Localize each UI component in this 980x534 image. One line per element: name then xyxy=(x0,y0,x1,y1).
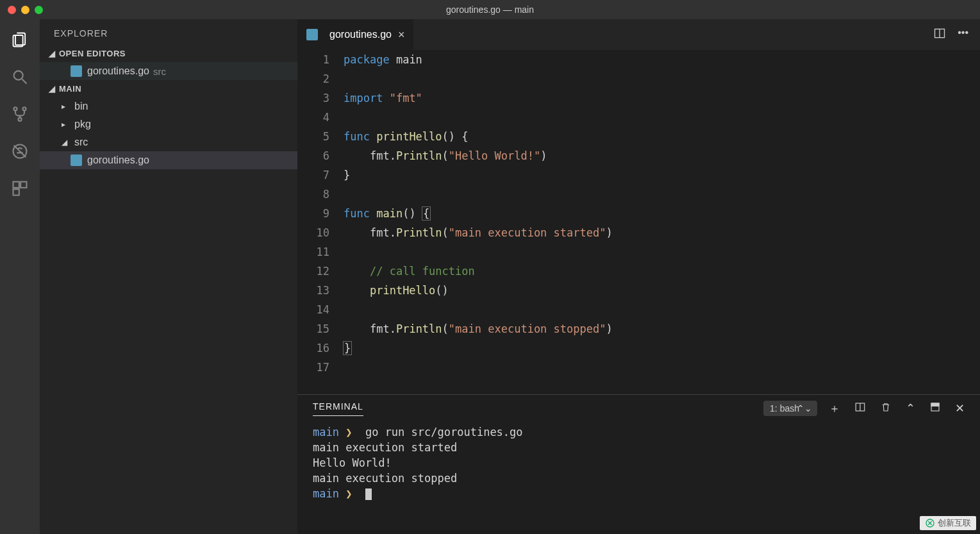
sidebar-title: EXPLORER xyxy=(40,19,297,45)
tree-item-label: goroutines.go xyxy=(87,154,149,166)
new-terminal-icon[interactable]: ＋ xyxy=(829,401,840,416)
terminal-panel: TERMINAL 1: bash ⌃⌄ ＋ ⌃ xyxy=(297,394,980,534)
svg-line-2 xyxy=(22,79,27,84)
terminal-header: TERMINAL 1: bash ⌃⌄ ＋ ⌃ xyxy=(297,395,980,422)
editor-group: goroutines.go × ••• 12345678910111213141… xyxy=(297,19,980,534)
line-gutter: 1234567891011121314151617 xyxy=(297,50,344,394)
workspace-header[interactable]: ◢ MAIN xyxy=(40,80,297,97)
extensions-icon[interactable] xyxy=(10,178,30,199)
tree-folder-bin[interactable]: ▸ bin xyxy=(40,97,297,115)
svg-point-3 xyxy=(13,107,17,110)
split-editor-icon[interactable] xyxy=(933,27,946,42)
chevron-down-icon: ◢ xyxy=(47,49,56,58)
sidebar: EXPLORER ◢ OPEN EDITORS goroutines.go sr… xyxy=(40,19,297,534)
tab-bar: goroutines.go × ••• xyxy=(297,19,980,50)
terminal-shell-label: 1: bash xyxy=(770,403,799,413)
open-editor-name: goroutines.go xyxy=(87,65,149,77)
chevron-down-icon: ◢ xyxy=(62,138,71,147)
activity-bar xyxy=(0,19,40,534)
watermark-text: 创新互联 xyxy=(938,517,971,529)
maximize-window-icon[interactable] xyxy=(35,6,43,14)
code-editor[interactable]: 1234567891011121314151617 package main i… xyxy=(297,50,980,394)
go-file-icon xyxy=(71,65,82,77)
close-window-icon[interactable] xyxy=(8,6,16,14)
svg-rect-9 xyxy=(13,189,19,195)
svg-point-4 xyxy=(22,107,26,110)
tree-item-label: pkg xyxy=(74,119,91,130)
debug-icon[interactable] xyxy=(10,141,30,162)
terminal-tab[interactable]: TERMINAL xyxy=(313,401,363,416)
tab-goroutines[interactable]: goroutines.go × xyxy=(297,19,413,50)
close-tab-icon[interactable]: × xyxy=(398,28,405,42)
explorer-icon[interactable] xyxy=(10,29,30,50)
tree-file-goroutines[interactable]: goroutines.go xyxy=(40,151,297,169)
chevron-updown-icon: ⌃⌄ xyxy=(797,403,812,413)
open-editors-label: OPEN EDITORS xyxy=(59,49,126,58)
tab-actions: ••• xyxy=(933,27,980,42)
source-control-icon[interactable] xyxy=(10,104,30,124)
chevron-right-icon: ▸ xyxy=(62,120,71,129)
close-panel-icon[interactable]: ✕ xyxy=(955,401,965,415)
split-terminal-icon[interactable] xyxy=(854,401,866,416)
kill-terminal-icon[interactable] xyxy=(880,401,892,416)
window-title: goroutines.go — main xyxy=(446,4,534,15)
window-controls xyxy=(8,6,43,14)
terminal-shell-select[interactable]: 1: bash ⌃⌄ xyxy=(763,401,817,416)
svg-point-5 xyxy=(18,118,21,121)
tree-folder-src[interactable]: ◢ src xyxy=(40,133,297,151)
go-file-icon xyxy=(71,154,82,166)
tree-item-label: bin xyxy=(74,101,88,112)
minimize-window-icon[interactable] xyxy=(21,6,29,14)
tab-label: goroutines.go xyxy=(329,29,392,40)
svg-point-1 xyxy=(14,71,23,80)
terminal-body[interactable]: main ❯ go run src/goroutines.gomain exec… xyxy=(297,422,980,534)
maximize-panel-icon[interactable] xyxy=(929,401,941,416)
collapse-panel-icon[interactable]: ⌃ xyxy=(906,401,915,415)
open-editor-item[interactable]: goroutines.go src xyxy=(40,62,297,80)
terminal-actions: ＋ ⌃ ✕ xyxy=(829,401,965,416)
chevron-down-icon: ◢ xyxy=(47,84,56,94)
open-editors-header[interactable]: ◢ OPEN EDITORS xyxy=(40,45,297,62)
open-editor-path: src xyxy=(153,66,166,77)
tree-folder-pkg[interactable]: ▸ pkg xyxy=(40,115,297,133)
svg-rect-15 xyxy=(931,403,939,406)
chevron-right-icon: ▸ xyxy=(62,102,71,111)
more-actions-icon[interactable]: ••• xyxy=(958,27,968,42)
go-file-icon xyxy=(306,29,318,40)
tree-item-label: src xyxy=(74,137,88,148)
svg-rect-0 xyxy=(15,35,23,45)
search-icon[interactable] xyxy=(10,67,30,87)
workspace-label: MAIN xyxy=(59,84,81,94)
code-content[interactable]: package main import "fmt" func printHell… xyxy=(344,50,980,394)
watermark: 创新互联 xyxy=(920,516,976,530)
svg-rect-7 xyxy=(13,182,19,188)
svg-rect-8 xyxy=(21,182,26,188)
titlebar: goroutines.go — main xyxy=(0,0,980,19)
